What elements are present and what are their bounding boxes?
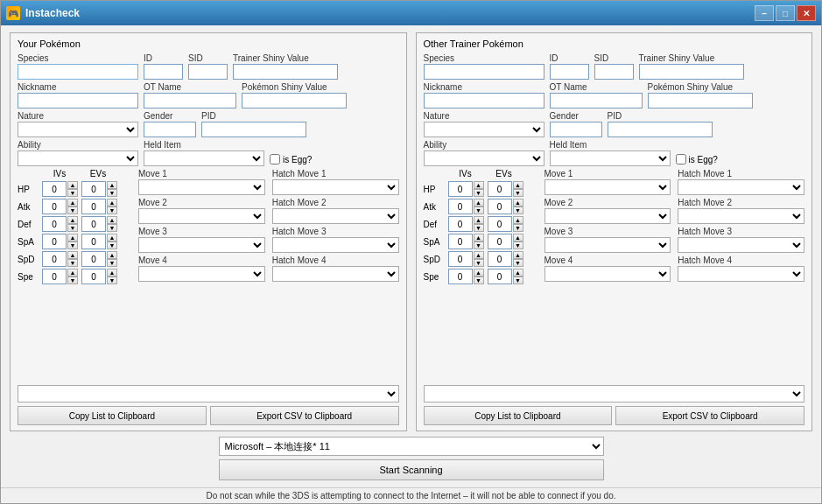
your-egg-label[interactable]: is Egg?	[270, 154, 312, 164]
your-nature-select[interactable]	[18, 122, 138, 137]
your-tsv-input[interactable]	[233, 64, 338, 80]
iv-input[interactable]	[42, 234, 67, 249]
your-move1-select[interactable]	[138, 179, 265, 195]
ev-down-btn[interactable]: ▼	[513, 242, 523, 249]
ev-down-btn[interactable]: ▼	[107, 206, 117, 214]
other-id-input[interactable]	[550, 64, 589, 80]
ev-input[interactable]	[81, 269, 106, 284]
other-move2-select[interactable]	[544, 208, 671, 224]
other-list-dropdown[interactable]	[424, 385, 805, 402]
ev-input[interactable]	[81, 216, 106, 232]
ev-input[interactable]	[488, 269, 512, 284]
scan-button[interactable]: Start Scanning	[219, 459, 604, 480]
ev-down-btn[interactable]: ▼	[107, 189, 117, 197]
your-egg-checkbox[interactable]	[270, 154, 280, 164]
ev-up-btn[interactable]: ▲	[513, 181, 523, 189]
iv-up-btn[interactable]: ▲	[474, 269, 484, 276]
your-copy-btn[interactable]: Copy List to Clipboard	[18, 406, 207, 425]
iv-up-btn[interactable]: ▲	[67, 269, 78, 276]
ev-up-btn[interactable]: ▲	[107, 199, 117, 206]
other-hatch2-select[interactable]	[678, 208, 804, 224]
iv-up-btn[interactable]: ▲	[67, 181, 78, 189]
iv-up-btn[interactable]: ▲	[67, 234, 78, 242]
ev-down-btn[interactable]: ▼	[107, 242, 117, 249]
ev-up-btn[interactable]: ▲	[107, 181, 117, 189]
other-egg-checkbox[interactable]	[676, 154, 686, 164]
ev-down-btn[interactable]: ▼	[107, 276, 117, 284]
ev-input[interactable]	[81, 181, 106, 197]
iv-up-btn[interactable]: ▲	[474, 181, 484, 189]
iv-down-btn[interactable]: ▼	[474, 189, 484, 197]
your-hatch3-select[interactable]	[272, 237, 399, 253]
your-helditem-select[interactable]	[144, 150, 264, 166]
other-ability-select[interactable]	[424, 150, 544, 166]
ev-up-btn[interactable]: ▲	[513, 199, 523, 206]
iv-down-btn[interactable]: ▼	[67, 259, 78, 267]
iv-up-btn[interactable]: ▲	[67, 199, 78, 206]
other-hatch4-select[interactable]	[678, 266, 804, 282]
other-move1-select[interactable]	[544, 179, 671, 195]
ev-up-btn[interactable]: ▲	[513, 269, 523, 276]
connection-dropdown[interactable]: Microsoft – 本地连接* 11	[219, 437, 604, 456]
iv-input[interactable]	[42, 251, 67, 267]
your-sid-input[interactable]	[188, 64, 228, 80]
ev-input[interactable]	[488, 216, 512, 232]
your-id-input[interactable]	[144, 64, 183, 80]
ev-up-btn[interactable]: ▲	[107, 234, 117, 242]
ev-input[interactable]	[488, 234, 512, 249]
other-gender-input[interactable]	[550, 122, 602, 137]
ev-down-btn[interactable]: ▼	[513, 206, 523, 214]
other-nature-select[interactable]	[424, 122, 544, 137]
ev-input[interactable]	[81, 251, 106, 267]
iv-input[interactable]	[42, 269, 67, 284]
ev-down-btn[interactable]: ▼	[107, 259, 117, 267]
ev-down-btn[interactable]: ▼	[513, 276, 523, 284]
iv-up-btn[interactable]: ▲	[474, 216, 484, 224]
your-hatch4-select[interactable]	[272, 266, 399, 282]
iv-down-btn[interactable]: ▼	[67, 206, 78, 214]
other-sid-input[interactable]	[594, 64, 634, 80]
iv-input[interactable]	[42, 216, 67, 232]
iv-up-btn[interactable]: ▲	[67, 216, 78, 224]
other-hatch1-select[interactable]	[678, 179, 804, 195]
iv-input[interactable]	[448, 216, 473, 232]
iv-down-btn[interactable]: ▼	[474, 242, 484, 249]
ev-up-btn[interactable]: ▲	[513, 216, 523, 224]
close-button[interactable]: ✕	[797, 5, 816, 21]
other-egg-label[interactable]: is Egg?	[676, 154, 718, 164]
ev-up-btn[interactable]: ▲	[107, 251, 117, 259]
your-hatch1-select[interactable]	[272, 179, 399, 195]
your-nickname-input[interactable]	[18, 93, 138, 108]
ev-down-btn[interactable]: ▼	[513, 224, 523, 232]
ev-down-btn[interactable]: ▼	[107, 224, 117, 232]
maximize-button[interactable]: □	[776, 5, 795, 21]
other-psv-input[interactable]	[648, 93, 753, 108]
your-species-input[interactable]	[18, 64, 138, 80]
iv-down-btn[interactable]: ▼	[67, 276, 78, 284]
iv-input[interactable]	[448, 251, 473, 267]
iv-input[interactable]	[42, 199, 67, 214]
iv-input[interactable]	[42, 181, 67, 197]
iv-up-btn[interactable]: ▲	[67, 251, 78, 259]
your-move3-select[interactable]	[138, 237, 265, 253]
iv-down-btn[interactable]: ▼	[474, 259, 484, 267]
ev-down-btn[interactable]: ▼	[513, 259, 523, 267]
ev-up-btn[interactable]: ▲	[107, 269, 117, 276]
your-list-dropdown[interactable]	[18, 385, 399, 402]
iv-up-btn[interactable]: ▲	[474, 199, 484, 206]
iv-input[interactable]	[448, 269, 473, 284]
other-species-input[interactable]	[424, 64, 544, 80]
ev-input[interactable]	[81, 234, 106, 249]
your-psv-input[interactable]	[242, 93, 347, 108]
other-helditem-select[interactable]	[550, 150, 671, 166]
your-hatch2-select[interactable]	[272, 208, 399, 224]
your-ability-select[interactable]	[18, 150, 138, 166]
your-otname-input[interactable]	[144, 93, 236, 108]
ev-down-btn[interactable]: ▼	[513, 189, 523, 197]
iv-input[interactable]	[448, 199, 473, 214]
iv-input[interactable]	[448, 234, 473, 249]
iv-up-btn[interactable]: ▲	[474, 234, 484, 242]
ev-input[interactable]	[488, 181, 512, 197]
ev-up-btn[interactable]: ▲	[513, 234, 523, 242]
iv-input[interactable]	[448, 181, 473, 197]
